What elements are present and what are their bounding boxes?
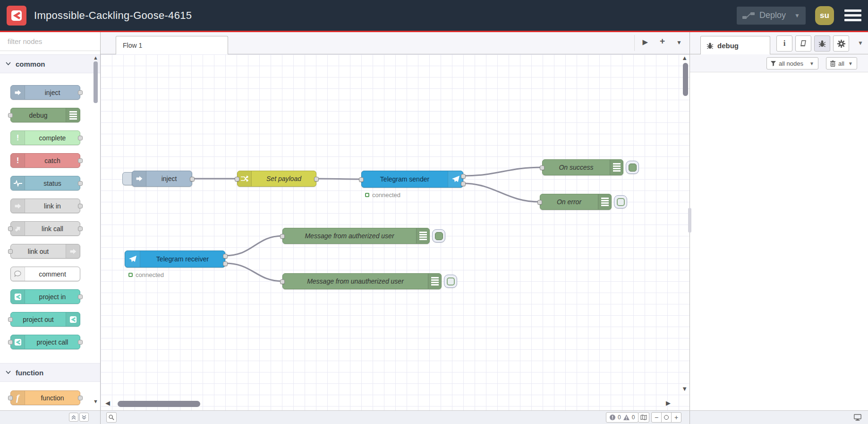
- deploy-caret-icon[interactable]: ▼: [794, 12, 800, 19]
- main-menu-icon[interactable]: [844, 9, 861, 21]
- console-button[interactable]: [852, 412, 863, 423]
- navigator-button[interactable]: [638, 412, 649, 423]
- debug-enable-toggle[interactable]: [432, 229, 445, 242]
- output-port[interactable]: [78, 90, 83, 95]
- palette-node-comment[interactable]: comment: [10, 267, 80, 281]
- flow-list-caret-icon[interactable]: ▼: [676, 39, 682, 46]
- help-tab-button[interactable]: [795, 35, 811, 52]
- palette-node-catch[interactable]: ! catch: [10, 153, 80, 168]
- flow-node-telegram-receiver[interactable]: Telegram receiver: [125, 251, 225, 268]
- output-port[interactable]: [78, 396, 83, 400]
- zoom-out-button[interactable]: −: [651, 412, 662, 423]
- hscroll-thumb[interactable]: [118, 401, 200, 407]
- debug-tab-label: debug: [717, 42, 739, 50]
- palette-node-status[interactable]: status: [10, 176, 80, 190]
- input-port[interactable]: [537, 200, 542, 205]
- output-port[interactable]: [78, 181, 83, 186]
- sidebar-menu-caret-icon[interactable]: ▼: [858, 40, 863, 46]
- palette-scroll-up-icon[interactable]: ▲: [93, 55, 98, 61]
- debug-clear-button[interactable]: all ▼: [826, 57, 857, 69]
- info-icon: i: [783, 39, 786, 48]
- input-port[interactable]: [8, 396, 13, 400]
- output-port[interactable]: [78, 226, 83, 231]
- input-port[interactable]: [540, 165, 545, 170]
- output-port[interactable]: [78, 136, 83, 140]
- palette-category-common[interactable]: common: [0, 54, 100, 73]
- output-port-1[interactable]: [223, 254, 228, 259]
- user-avatar[interactable]: su: [815, 6, 834, 25]
- palette-node-link-call[interactable]: link call: [10, 221, 80, 236]
- palette-scrollbar-thumb[interactable]: [94, 61, 98, 103]
- inject-arrow-icon: [132, 171, 146, 186]
- palette-node-project-in[interactable]: project in: [10, 289, 80, 304]
- flow-node-set-payload[interactable]: Set payload: [237, 171, 316, 187]
- input-port[interactable]: [8, 226, 13, 231]
- tab-flow-1[interactable]: Flow 1: [116, 36, 228, 55]
- debug-enable-toggle[interactable]: [614, 195, 627, 208]
- zoom-in-button[interactable]: +: [671, 412, 681, 423]
- palette-filter-input[interactable]: [8, 37, 101, 45]
- output-port[interactable]: [314, 177, 319, 182]
- tab-scroll-right-icon[interactable]: ▶: [642, 38, 648, 46]
- flow-node-on-error[interactable]: On error: [540, 194, 612, 210]
- output-port-1[interactable]: [461, 174, 466, 179]
- hscroll-left-icon[interactable]: ◀: [105, 399, 110, 407]
- output-port[interactable]: [78, 340, 83, 345]
- category-label: function: [16, 369, 43, 377]
- input-port[interactable]: [8, 317, 13, 322]
- palette-node-project-out[interactable]: project out: [10, 312, 80, 327]
- canvas-search-button[interactable]: [106, 412, 117, 423]
- flow-node-telegram-sender[interactable]: Telegram sender: [361, 171, 463, 188]
- palette-scroll-down-icon[interactable]: ▼: [93, 398, 98, 404]
- add-flow-icon[interactable]: +: [660, 36, 665, 46]
- input-port[interactable]: [8, 113, 13, 118]
- input-port[interactable]: [359, 177, 364, 182]
- palette-node-inject[interactable]: inject: [10, 85, 80, 100]
- palette-node-link-out[interactable]: link out: [10, 244, 80, 259]
- debug-enable-toggle[interactable]: [444, 275, 457, 288]
- palette-node-link-in[interactable]: link in: [10, 199, 80, 213]
- palette-collapse-all-button[interactable]: [69, 413, 78, 422]
- notification-counts[interactable]: 0 0: [606, 412, 638, 423]
- palette-node-complete[interactable]: ! complete: [10, 130, 80, 145]
- palette-node-function[interactable]: f function: [10, 390, 80, 405]
- debug-tab-button[interactable]: [814, 35, 830, 52]
- hscroll-right-icon[interactable]: ▶: [666, 399, 671, 407]
- config-tab-button[interactable]: [833, 35, 849, 52]
- palette-node-label: link in: [25, 199, 80, 213]
- input-port[interactable]: [8, 340, 13, 345]
- palette-node-debug[interactable]: debug: [10, 108, 80, 122]
- vscroll-thumb[interactable]: [683, 63, 688, 96]
- palette-search[interactable]: [0, 32, 100, 51]
- flow-node-msg-unauthorized[interactable]: Message from unautherized user: [282, 273, 442, 289]
- info-tab-button[interactable]: i: [776, 35, 792, 52]
- debug-enable-toggle[interactable]: [626, 161, 639, 174]
- input-port[interactable]: [280, 279, 285, 284]
- flow-node-inject[interactable]: inject: [132, 171, 192, 187]
- flow-node-on-success[interactable]: On success: [542, 159, 623, 175]
- flow-node-msg-authorized[interactable]: Message from autherized user: [282, 228, 430, 244]
- zoom-reset-button[interactable]: [661, 412, 672, 423]
- output-port[interactable]: [78, 158, 83, 163]
- vscroll-up-icon[interactable]: ▲: [681, 54, 688, 61]
- output-port-2[interactable]: [461, 182, 466, 186]
- output-port[interactable]: [78, 294, 83, 299]
- bug-icon: [818, 40, 826, 47]
- input-port[interactable]: [8, 249, 13, 254]
- input-port[interactable]: [235, 177, 239, 182]
- chevron-down-icon: [6, 62, 11, 66]
- output-port[interactable]: [190, 177, 195, 182]
- input-port[interactable]: [280, 234, 285, 239]
- status-pulse-icon: [11, 176, 25, 190]
- flow-canvas[interactable]: inject Set payload Telegram sender: [101, 54, 689, 410]
- output-port-2[interactable]: [223, 261, 228, 266]
- vscroll-down-icon[interactable]: ▼: [681, 385, 688, 392]
- palette-expand-all-button[interactable]: [79, 413, 89, 422]
- palette-category-function[interactable]: function: [0, 363, 100, 382]
- debug-filter-button[interactable]: all nodes ▼: [766, 57, 818, 69]
- output-port[interactable]: [78, 204, 83, 208]
- palette-node-project-call[interactable]: project call: [10, 335, 80, 349]
- sidebar-resize-handle[interactable]: [688, 208, 691, 233]
- tab-debug[interactable]: debug: [700, 36, 770, 55]
- deploy-button[interactable]: Deploy ▼: [737, 7, 806, 25]
